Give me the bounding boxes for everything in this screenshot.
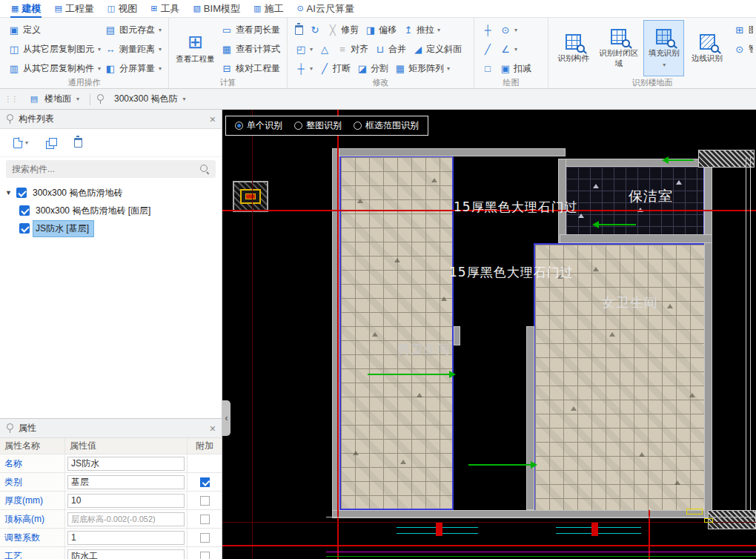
identify-closed-region-button[interactable]: 识别封闭区域: [596, 20, 641, 76]
measure-distance-button[interactable]: ↔测量距离▾: [101, 39, 165, 59]
mode-single-identify[interactable]: 单个识别: [235, 119, 282, 132]
delete-button[interactable]: [292, 25, 306, 35]
copy-component-from-layer-button[interactable]: ▥从其它层复制构件▾: [4, 59, 101, 78]
rect-draw-button[interactable]: □: [479, 64, 497, 73]
close-icon[interactable]: ×: [210, 423, 216, 434]
rotate-button[interactable]: ↻: [306, 25, 324, 35]
move-button[interactable]: ┼▾: [292, 64, 316, 73]
category-dropdown[interactable]: ▤ 楼地面 ▾: [24, 91, 84, 108]
identify-component-button[interactable]: 识别构件: [553, 20, 594, 76]
tab-bim-model[interactable]: ▧BIM模型: [186, 0, 247, 18]
red-marker: [436, 523, 442, 536]
attach-checkbox[interactable]: [200, 515, 210, 524]
view-icon: ◫: [107, 4, 115, 13]
pin-icon[interactable]: [6, 423, 13, 433]
pin-icon[interactable]: [6, 114, 13, 124]
expander-icon[interactable]: ▼: [4, 189, 13, 196]
door-label-2: 15厚黑色大理石门过: [449, 264, 574, 281]
toolbar-grip-icon[interactable]: ⋮⋮: [4, 96, 18, 103]
tab-tools[interactable]: ⊞工具: [144, 0, 186, 18]
circle-draw-button[interactable]: ⊙▾: [497, 25, 520, 35]
checkbox-checked[interactable]: [19, 205, 30, 216]
deduct-button[interactable]: ▣扣减: [497, 62, 534, 75]
component-dropdown[interactable]: 300x300 褐色防 ▾: [110, 91, 190, 108]
line-draw-button[interactable]: ╱: [479, 44, 497, 54]
edge-identify-button[interactable]: 边线识别: [686, 20, 727, 76]
rect-array-button[interactable]: ▦矩形阵列▾: [391, 62, 453, 75]
legend-button[interactable]: ⊞图例: [730, 20, 753, 39]
point-draw-button[interactable]: ┼: [479, 25, 497, 35]
fill-identify-button[interactable]: 填充识别 ▾: [643, 20, 684, 76]
define-icon: ▣: [8, 25, 20, 35]
left-panel: 构件列表 × ▾ ▼: [0, 110, 222, 559]
split-button[interactable]: ◪分割: [354, 62, 391, 75]
check-quantity-button[interactable]: ⊟核对工程量: [217, 59, 284, 78]
door-label-1: 15厚黑色大理石门过: [454, 199, 578, 216]
trim-button[interactable]: ╳修剪: [324, 24, 362, 36]
save-element-button[interactable]: ▤图元存盘▾: [101, 20, 165, 39]
tab-modeling[interactable]: ▦建模: [4, 0, 47, 18]
properties-panel: 属性 × 属性名称 属性值 附加 名称 JS防水 类别 基层: [0, 418, 222, 559]
ribbon: ▣定义 ◫从其它层复制图元▾ ▥从其它层复制构件▾ ▤图元存盘▾ ↔测量距离▾ …: [0, 18, 756, 89]
push-pull-button[interactable]: ↥推拉▾: [399, 24, 443, 36]
align-button[interactable]: ≡对齐: [334, 43, 371, 56]
tab-view[interactable]: ◫视图: [101, 0, 144, 18]
smart-button[interactable]: ⊙智能: [730, 39, 753, 59]
tree-item-floor-tile[interactable]: ▼ 300x300 褐色防滑地砖: [0, 184, 222, 202]
category-value-input[interactable]: 基层: [67, 475, 185, 489]
merge-button[interactable]: ⊔合并: [371, 43, 409, 56]
pin-icon[interactable]: [96, 94, 104, 104]
close-icon[interactable]: ×: [210, 114, 216, 125]
tab-ai-cloud[interactable]: ⊙AI云尺算量: [290, 0, 361, 18]
copy-element-from-layer-button[interactable]: ◫从其它层复制图元▾: [4, 39, 101, 59]
copy-component-button[interactable]: [42, 133, 61, 153]
ribbon-group-identify: 识别构件 识别封闭区域 填充识别 ▾ 边线识别 ⊞图例 ⊙智能: [548, 18, 756, 89]
search-row: [0, 157, 222, 181]
lengthen-button[interactable]: △: [316, 44, 334, 54]
name-value-input[interactable]: JS防水: [67, 457, 185, 471]
attach-checkbox[interactable]: [200, 552, 210, 559]
offset-button[interactable]: ◨偏移: [362, 24, 399, 36]
break-button[interactable]: ╱打断: [316, 62, 354, 75]
property-row-thickness: 厚度(mm) 10: [0, 492, 222, 510]
caret-down-icon: ▾: [310, 46, 313, 53]
elevation-value-input[interactable]: 层底标高-0.002(-0.052): [67, 512, 185, 526]
component-search-box[interactable]: [6, 160, 216, 178]
break-icon: ╱: [319, 64, 331, 73]
panel-collapse-handle[interactable]: ‹: [222, 400, 231, 436]
craft-value-input[interactable]: 防水工: [67, 549, 185, 559]
view-quantity-button[interactable]: ⊞查看工程量: [173, 20, 217, 76]
delete-component-button[interactable]: [70, 133, 87, 152]
checkbox-checked[interactable]: [16, 188, 27, 198]
tree-item-surface-layer[interactable]: 300x300 褐色防滑地砖 [面层]: [0, 202, 222, 219]
floor-region-male-toilet[interactable]: [339, 156, 454, 510]
attach-checkbox[interactable]: [200, 533, 210, 543]
attach-checkbox[interactable]: [200, 496, 210, 506]
split-screen-button[interactable]: ◧分屏算量▾: [101, 59, 165, 78]
caret-down-icon: ▾: [159, 46, 162, 53]
mode-box-select-identify[interactable]: 框选范围识别: [354, 119, 419, 132]
factor-value-input[interactable]: 1: [67, 531, 185, 545]
application-window: ▦建模 ▤工程量 ◫视图 ⊞工具 ▧BIM模型 ▥施工 ⊙AI云尺算量 ▣定义 …: [0, 0, 756, 559]
tab-construction[interactable]: ▥施工: [247, 0, 290, 18]
search-input[interactable]: [12, 164, 196, 174]
floor-region-female-toilet[interactable]: [534, 243, 706, 512]
define-slope-button[interactable]: ◢定义斜面: [409, 43, 465, 56]
thickness-value-input[interactable]: 10: [67, 494, 185, 508]
split-icon: ◪: [357, 64, 368, 73]
view-formula-button[interactable]: ▦查看计算式: [217, 39, 284, 59]
column-symbol[interactable]: [233, 181, 268, 212]
view-perimeter-button[interactable]: ▭查看周长量: [217, 20, 284, 39]
define-button[interactable]: ▣定义: [4, 20, 101, 39]
radio-selected-icon: [235, 122, 243, 130]
new-component-button[interactable]: ▾: [9, 133, 33, 153]
mode-whole-drawing-identify[interactable]: 整图识别: [294, 119, 342, 132]
checkbox-checked[interactable]: [19, 223, 30, 234]
drawing-line: [746, 157, 746, 510]
arc-draw-button[interactable]: ∠▾: [497, 44, 520, 54]
drawing-canvas[interactable]: 单个识别 整图识别 框选范围识别: [222, 110, 756, 559]
tab-quantity[interactable]: ▤工程量: [47, 0, 100, 18]
attach-checkbox-checked[interactable]: [200, 477, 210, 487]
tree-item-waterproof-layer[interactable]: JS防水 [基层]: [0, 219, 222, 237]
mirror-button[interactable]: ◰▾: [292, 44, 316, 54]
